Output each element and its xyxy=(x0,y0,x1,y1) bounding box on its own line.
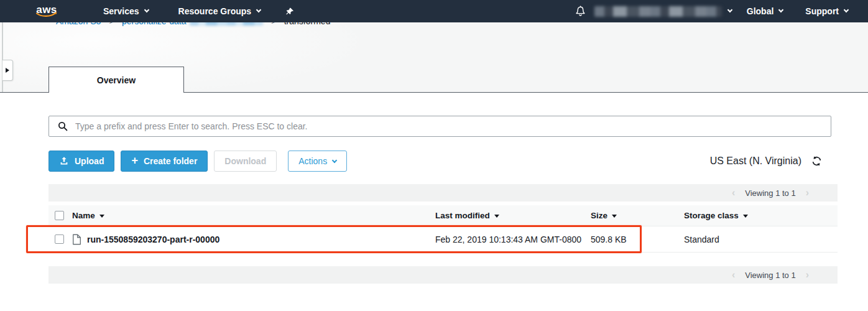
region-label: US East (N. Virginia) xyxy=(710,156,801,167)
region-group: US East (N. Virginia) xyxy=(710,156,822,167)
plus-icon: + xyxy=(131,155,138,166)
account-menu-redacted[interactable] xyxy=(594,6,722,17)
nav-left-group: aws Services Resource Groups xyxy=(0,0,304,22)
nav-region-global[interactable]: Global xyxy=(736,0,795,22)
column-header-last-modified-label: Last modified xyxy=(435,211,490,220)
top-nav: aws Services Resource Groups Global xyxy=(0,0,868,22)
row-checkbox[interactable] xyxy=(55,234,64,244)
chevron-down-icon xyxy=(778,7,783,12)
actions-button[interactable]: Actions xyxy=(288,151,347,172)
column-header-size-label: Size xyxy=(591,211,607,220)
download-button[interactable]: Download xyxy=(214,151,277,172)
upload-button[interactable]: Upload xyxy=(48,151,114,172)
search-input[interactable] xyxy=(75,121,831,131)
sort-caret-icon xyxy=(494,215,499,218)
nav-resource-groups-label: Resource Groups xyxy=(178,6,251,16)
pagination-top: ‹ Viewing 1 to 1 › xyxy=(48,184,838,202)
aws-logo-swoosh-icon xyxy=(36,12,57,18)
storage-class-cell: Standard xyxy=(684,234,838,244)
search-icon xyxy=(58,121,68,131)
create-folder-button-label: Create folder xyxy=(144,156,197,166)
upload-icon xyxy=(59,156,69,166)
upload-button-label: Upload xyxy=(75,156,104,166)
nav-resource-groups[interactable]: Resource Groups xyxy=(164,0,275,22)
nav-right-group: Global Support xyxy=(566,0,859,22)
column-header-size[interactable]: Size xyxy=(591,211,684,220)
pagination-text: Viewing 1 to 1 xyxy=(745,188,795,198)
chevron-down-icon xyxy=(144,7,149,12)
chevron-down-icon xyxy=(727,7,732,12)
next-page-icon[interactable]: › xyxy=(803,187,811,198)
sort-caret-icon xyxy=(99,215,104,218)
nav-services-label: Services xyxy=(103,6,139,16)
caret-right-icon xyxy=(6,68,9,73)
create-folder-button[interactable]: + Create folder xyxy=(121,151,208,172)
pagination-bottom: ‹ Viewing 1 to 1 › xyxy=(48,266,838,284)
pin-icon xyxy=(285,7,294,16)
column-header-storage-class-label: Storage class xyxy=(684,211,739,220)
last-modified-cell: Feb 22, 2019 10:13:43 AM GMT-0800 xyxy=(435,234,591,244)
column-header-name[interactable]: Name xyxy=(72,211,435,220)
select-all-checkbox[interactable] xyxy=(55,211,64,220)
nav-global-label: Global xyxy=(747,6,774,16)
nav-support[interactable]: Support xyxy=(794,0,859,22)
pagination-text: Viewing 1 to 1 xyxy=(745,271,795,280)
chevron-down-icon xyxy=(256,7,261,12)
tab-overview[interactable]: Overview xyxy=(48,67,184,93)
object-name: run-1550859203270-part-r-00000 xyxy=(87,234,219,244)
bell-icon xyxy=(575,6,586,17)
column-header-storage-class[interactable]: Storage class xyxy=(684,211,838,220)
refresh-button[interactable] xyxy=(811,156,822,166)
actions-button-label: Actions xyxy=(298,156,327,166)
file-icon xyxy=(72,234,81,245)
size-cell: 509.8 KB xyxy=(591,234,684,244)
table-row[interactable]: run-1550859203270-part-r-00000 Feb 22, 2… xyxy=(48,226,838,253)
s3-console-page: aws Services Resource Groups Global xyxy=(0,0,868,311)
download-button-label: Download xyxy=(224,156,266,166)
overview-panel: Upload + Create folder Download Actions xyxy=(0,92,868,311)
chevron-down-icon xyxy=(332,158,337,163)
prev-page-icon[interactable]: ‹ xyxy=(729,269,737,281)
next-page-icon[interactable]: › xyxy=(803,269,811,281)
nav-services[interactable]: Services xyxy=(88,0,164,22)
toolbar: Upload + Create folder Download Actions xyxy=(48,151,838,172)
nav-support-label: Support xyxy=(805,6,839,16)
pin-shortcut-button[interactable] xyxy=(275,0,304,22)
column-header-name-label: Name xyxy=(72,211,95,220)
aws-logo[interactable]: aws xyxy=(36,5,57,18)
notifications-button[interactable] xyxy=(566,6,594,17)
sidebar-expand-button[interactable] xyxy=(2,60,13,81)
table-header-row: Name Last modified Size Storage class xyxy=(48,205,838,226)
prev-page-icon[interactable]: ‹ xyxy=(729,187,737,198)
chevron-down-icon xyxy=(844,7,849,12)
column-header-last-modified[interactable]: Last modified xyxy=(435,211,591,220)
refresh-icon xyxy=(811,156,822,166)
sort-caret-icon xyxy=(612,215,617,218)
object-name-cell[interactable]: run-1550859203270-part-r-00000 xyxy=(72,234,435,245)
prefix-search-box[interactable] xyxy=(48,116,831,137)
sort-caret-icon xyxy=(743,215,748,218)
tab-overview-label: Overview xyxy=(97,75,136,85)
